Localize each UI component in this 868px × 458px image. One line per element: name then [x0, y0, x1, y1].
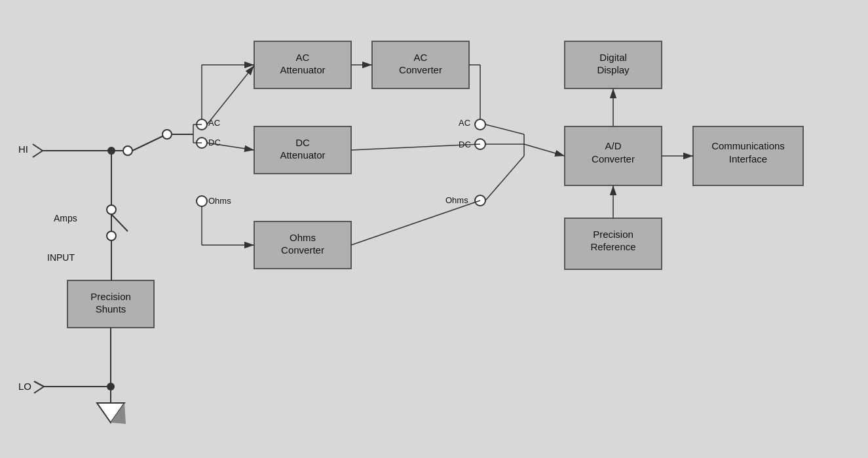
block-diagram: AC Attenuator AC Converter DC Attenuator…: [0, 0, 868, 458]
amps-switch-top: [107, 205, 116, 214]
svg-text:Converter: Converter: [281, 244, 324, 256]
amps-switch-bottom: [107, 231, 116, 240]
precision-shunts-label: Precision: [90, 291, 131, 302]
svg-text:Attenuator: Attenuator: [280, 149, 325, 161]
ac-converter-label: AC: [414, 52, 428, 63]
precision-reference-label: Precision: [593, 229, 633, 240]
ad-converter-label: A/D: [605, 140, 621, 151]
amps-label: Amps: [54, 213, 77, 223]
svg-text:Converter: Converter: [592, 153, 635, 164]
input-label: INPUT: [47, 252, 75, 263]
ohms-label-left: Ohms: [208, 196, 231, 206]
dc-label-left: DC: [208, 138, 221, 147]
ac-attenuator-label: AC: [296, 52, 310, 63]
dc-attenuator-label: DC: [295, 137, 310, 148]
lo-label: LO: [18, 381, 31, 392]
svg-text:Interface: Interface: [729, 153, 767, 164]
switch-output-circle: [162, 130, 172, 139]
communications-interface-label: Communications: [711, 140, 785, 151]
svg-text:Shunts: Shunts: [96, 303, 126, 315]
ac-circle-right: [475, 119, 485, 130]
ac-label-left: AC: [208, 118, 220, 128]
svg-text:Display: Display: [597, 64, 630, 75]
digital-display-label: Digital: [599, 52, 627, 63]
ac-label-right: AC: [459, 118, 470, 128]
switch-input-circle: [123, 146, 132, 155]
svg-text:Attenuator: Attenuator: [280, 64, 325, 75]
ohms-converter-label: Ohms: [290, 232, 316, 243]
ohms-circle-left: [197, 196, 207, 206]
svg-text:Converter: Converter: [399, 64, 442, 75]
hi-label: HI: [18, 143, 28, 155]
svg-text:Reference: Reference: [590, 241, 635, 252]
ohms-label-right: Ohms: [445, 195, 468, 205]
